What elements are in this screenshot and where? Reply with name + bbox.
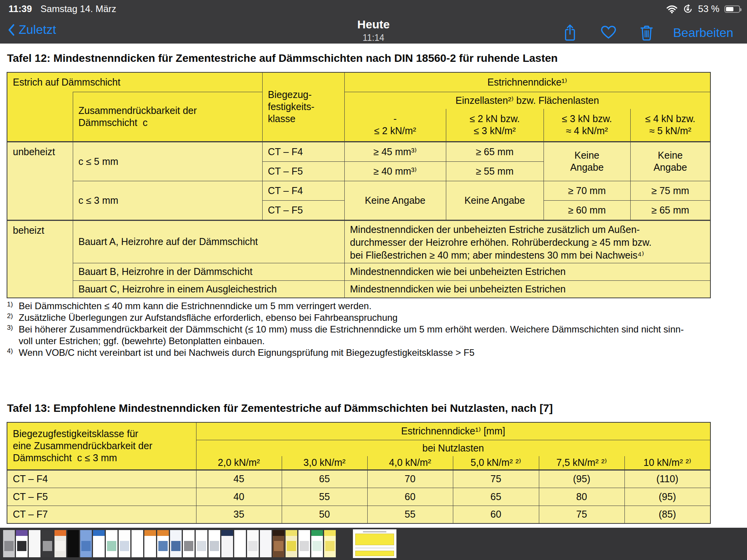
cell-load-3: ≤ 3 kN bzw. ≈ 4 kN/m² xyxy=(544,109,630,142)
photo-thumbnail[interactable] xyxy=(80,530,92,557)
photo-thumbnail[interactable] xyxy=(273,530,284,557)
photo-thumbnail[interactable] xyxy=(311,530,323,557)
footnote-text: Bei höherer Zusammendrückbarkeit der Däm… xyxy=(19,324,738,347)
photo-thumbnail[interactable] xyxy=(170,530,182,557)
photo-thumbnail[interactable] xyxy=(93,530,105,557)
footnote-marker: 3) xyxy=(7,322,19,345)
edit-button[interactable]: Bearbeiten xyxy=(673,26,733,40)
selected-photo-thumbnail[interactable] xyxy=(353,529,396,558)
cell-c5f4-v4: Keine Angabe xyxy=(630,142,710,181)
cell-t13-r2-v3: 60 xyxy=(367,488,453,506)
photo-thumbnail[interactable] xyxy=(157,530,169,557)
photo-thumbnail[interactable] xyxy=(234,530,246,557)
delete-button[interactable] xyxy=(640,24,654,41)
photo-thumbnail[interactable] xyxy=(221,530,233,557)
cell-bauart-b-wert: Mindestnenndicken wie bei unbeheizten Es… xyxy=(344,263,710,280)
photo-thumbnail[interactable] xyxy=(3,530,15,557)
cell-c5f4-v2: ≥ 65 mm xyxy=(446,142,544,161)
cell-t13-r1-v5: (95) xyxy=(539,470,624,488)
table-row: Estrich auf Dämmschicht Biegezug- festig… xyxy=(7,72,710,92)
share-button[interactable] xyxy=(563,24,577,41)
footnote-1: 1) Bei Dämmschichten ≤ 40 mm kann die Es… xyxy=(7,300,738,312)
tafel13-title: Tafel 13: Empfohlene Mindestnenndicken f… xyxy=(7,402,553,415)
table-row: beheizt Bauart A, Heizrohre auf der Dämm… xyxy=(7,220,710,263)
photo-group-title: Heute xyxy=(0,18,747,31)
photo-thumbnail[interactable] xyxy=(298,530,310,557)
tafel12-title: Tafel 12: Mindestnenndicken für Zementes… xyxy=(7,52,558,65)
share-icon xyxy=(563,24,577,41)
photo-thumbnail[interactable] xyxy=(132,530,143,557)
footnote-text: Wenn VOB/C nicht vereinbart ist und bei … xyxy=(19,347,738,359)
footnote-3: 3) Bei höherer Zusammendrückbarkeit der … xyxy=(7,324,738,347)
photo-thumbnail[interactable] xyxy=(54,530,66,557)
cell-t13-r1-v1: 45 xyxy=(196,470,282,488)
table-row: CT – F7 35 50 55 60 75 (85) xyxy=(7,506,710,523)
cell-t13-r2-v5: 80 xyxy=(539,488,624,506)
photo-thumbnail[interactable] xyxy=(209,530,220,557)
cell-t13-r2-klasse: CT – F5 xyxy=(7,488,196,506)
cell-unbeheizt: unbeheizt xyxy=(7,142,73,220)
chevron-left-icon xyxy=(8,24,15,36)
cell-c3f4-v4: ≥ 75 mm xyxy=(630,181,710,200)
table-row: c ≤ 3 mm CT – F4 Keine Angabe Keine Anga… xyxy=(7,181,710,200)
photo-content: Tafel 12: Mindestnenndicken für Zementes… xyxy=(0,44,747,528)
cell-empty xyxy=(7,92,73,142)
table-row: Bauart B, Heizrohre in der Dämmschicht M… xyxy=(7,263,710,280)
wifi-icon xyxy=(666,4,678,14)
cell-t13-r2-v2: 55 xyxy=(282,488,367,506)
cell-bauart-c-wert: Mindestnenndicken wie bei unbeheizten Es… xyxy=(344,280,710,298)
cell-t13-r2-v6: (95) xyxy=(624,488,710,506)
tafel13-table: Biegezugfestigkeitsklasse für eine Zusam… xyxy=(7,422,711,524)
photo-thumbnail[interactable] xyxy=(183,530,195,557)
cell-c3: c ≤ 3 mm xyxy=(73,181,262,220)
cell-c5f4-klasse: CT – F4 xyxy=(262,142,344,161)
cell-t13-r2-v1: 40 xyxy=(196,488,282,506)
back-button[interactable]: Zuletzt xyxy=(8,23,56,37)
photo-thumbnail[interactable] xyxy=(144,530,156,557)
cell-t13-r3-v6: (85) xyxy=(624,506,710,523)
cell-c5f4-v3: Keine Angabe xyxy=(544,142,630,181)
status-time: 11:39 xyxy=(9,4,32,14)
cell-c3f5-klasse: CT – F5 xyxy=(262,200,344,220)
cell-bauart-a: Bauart A, Heizrohre auf der Dämmschicht xyxy=(73,220,344,263)
photo-thumbnail[interactable] xyxy=(67,530,79,557)
cell-bauart-c: Bauart C, Heizrohre in einem Ausgleiches… xyxy=(73,280,344,298)
photo-thumbnail[interactable] xyxy=(260,530,272,557)
cell-t13-load-4: 5,0 kN/m² ²⁾ xyxy=(453,456,539,470)
footnote-marker: 4) xyxy=(7,345,19,357)
photo-group-time: 11:14 xyxy=(0,33,747,43)
table-row: CT – F5 40 55 60 65 80 (95) xyxy=(7,488,710,506)
photo-thumbnail[interactable] xyxy=(106,530,117,557)
cell-t13-estrichnenndicke: Estrichnenndicke¹⁾ [mm] xyxy=(196,422,710,440)
photo-thumbnail[interactable] xyxy=(196,530,207,557)
cell-c3f4-klasse: CT – F4 xyxy=(262,181,344,200)
filmstrip-thumbnails xyxy=(3,530,336,557)
photo-thumbnail[interactable] xyxy=(29,530,40,557)
cell-zusammendrueckbarkeit: Zusammendrückbarkeit der Dämmschicht c xyxy=(73,92,262,142)
battery-percentage: 53 % xyxy=(698,4,719,14)
cell-t13-load-5: 7,5 kN/m² ²⁾ xyxy=(539,456,624,470)
cell-c5f5-v2: ≥ 55 mm xyxy=(446,161,544,181)
footnote-4: 4) Wenn VOB/C nicht vereinbart ist und b… xyxy=(7,347,738,359)
photo-thumbnail[interactable] xyxy=(16,530,28,557)
nav-title: Heute 11:14 xyxy=(0,18,747,43)
cell-c5f5-klasse: CT – F5 xyxy=(262,161,344,181)
cell-t13-r1-v2: 65 xyxy=(282,470,367,488)
photo-thumbnail[interactable] xyxy=(324,530,336,557)
photo-thumbnail[interactable] xyxy=(286,530,297,557)
cell-c3f4-v2: Keine Angabe xyxy=(446,181,544,220)
table-row: unbeheizt c ≤ 5 mm CT – F4 ≥ 45 mm³⁾ ≥ 6… xyxy=(7,142,710,161)
photo-thumbnail[interactable] xyxy=(247,530,259,557)
footnote-marker: 1) xyxy=(7,299,19,310)
filmstrip xyxy=(0,528,747,560)
favorite-button[interactable] xyxy=(600,24,617,40)
table-row: CT – F4 45 65 70 75 (95) (110) xyxy=(7,470,710,488)
status-indicators: 53 % xyxy=(666,4,740,14)
cell-c3f4-v1: Keine Angabe xyxy=(344,181,446,220)
cell-t13-r3-v1: 35 xyxy=(196,506,282,523)
cell-t13-nutzlasten: bei Nutzlasten xyxy=(196,440,710,456)
photo-thumbnail[interactable] xyxy=(119,530,130,557)
cell-t13-r3-v4: 60 xyxy=(453,506,539,523)
cell-bauart-a-wert: Mindestnenndicken der unbeheizten Estric… xyxy=(344,220,710,263)
photo-thumbnail[interactable] xyxy=(42,530,53,557)
